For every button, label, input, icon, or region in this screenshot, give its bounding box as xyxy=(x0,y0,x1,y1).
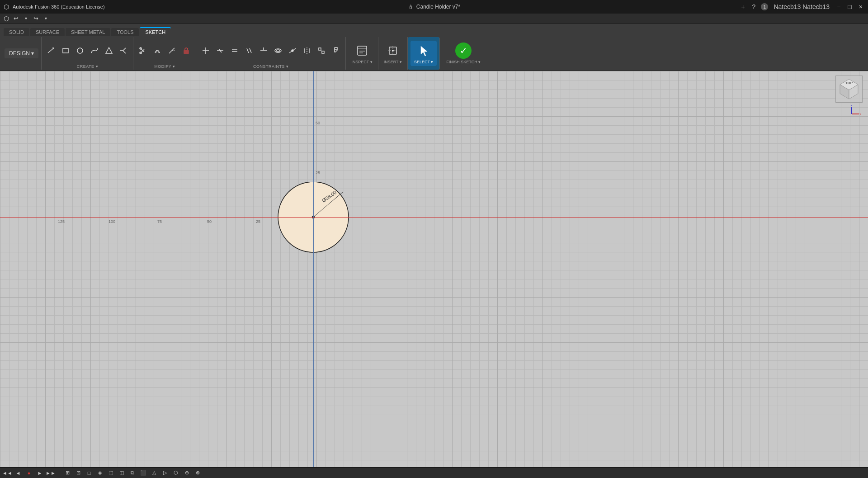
fix-btn[interactable] xyxy=(329,44,343,57)
polygon-tool-btn[interactable] xyxy=(102,44,116,57)
svg-rect-29 xyxy=(319,48,321,50)
undo-arrow-btn[interactable]: ▾ xyxy=(23,16,29,21)
horizontal-btn[interactable] xyxy=(257,44,270,57)
titlebar-center: 🕯 Candle Holder v7* xyxy=(408,4,460,10)
svg-rect-30 xyxy=(322,51,324,53)
insert-group: INSERT ▾ xyxy=(378,37,408,70)
tab-sheetmetal[interactable]: SHEET METAL xyxy=(66,28,110,36)
record-btn[interactable]: ● xyxy=(24,469,33,477)
titlebar-left: ⬡ Autodesk Fusion 360 (Education License… xyxy=(4,3,105,10)
extend-tool-btn[interactable] xyxy=(165,44,179,57)
circle-tool-btn[interactable] xyxy=(73,44,87,57)
parallel-btn[interactable] xyxy=(242,44,256,57)
tab-tools[interactable]: TOOLS xyxy=(111,28,139,36)
undo-btn[interactable]: ↩ xyxy=(12,15,20,22)
view-btn-4[interactable]: ◫ xyxy=(117,469,126,477)
smooth-btn[interactable] xyxy=(315,44,328,57)
help-btn[interactable]: ? xyxy=(750,3,758,10)
play-end-btn[interactable]: ►► xyxy=(46,469,55,477)
select-btn[interactable]: SELECT ▾ xyxy=(410,41,437,66)
svg-rect-1 xyxy=(63,48,68,53)
ruler-v-50: 50 xyxy=(316,121,320,125)
view-btn-3[interactable]: ⬚ xyxy=(106,469,115,477)
play-prev-btn[interactable]: ◄ xyxy=(14,469,23,477)
axis-indicator: X Z xyxy=(843,105,861,123)
play-next-btn[interactable]: ► xyxy=(35,469,44,477)
collinear-btn[interactable] xyxy=(213,44,227,57)
ruler-v-25: 25 xyxy=(316,170,320,175)
navcube-label: TOP xyxy=(845,81,853,85)
view-btn-7[interactable]: △ xyxy=(150,469,159,477)
view-btn-5[interactable]: ⧉ xyxy=(128,469,137,477)
maximize-btn[interactable]: □ xyxy=(846,3,853,10)
tab-sketch[interactable]: SKETCH xyxy=(140,27,171,36)
view-btn-6[interactable]: ⬛ xyxy=(139,469,148,477)
rectangle-tool-btn[interactable] xyxy=(59,44,72,57)
modify-label: MODIFY ▾ xyxy=(154,64,175,69)
view-btn-2[interactable]: ◈ xyxy=(95,469,104,477)
vertical-axis xyxy=(313,71,314,467)
svg-point-2 xyxy=(77,48,83,53)
svg-point-25 xyxy=(292,50,293,52)
insert-btn[interactable]: INSERT ▾ xyxy=(381,42,405,65)
redo-btn[interactable]: ↪ xyxy=(32,15,40,22)
tab-surface[interactable]: SURFACE xyxy=(30,28,65,36)
scissors-tool-btn[interactable] xyxy=(136,44,150,57)
svg-line-18 xyxy=(247,48,249,53)
view-btn-1[interactable]: □ xyxy=(85,469,94,477)
file-title: Candle Holder v7* xyxy=(416,4,460,10)
undoredo-bar: ⬡ ↩ ▾ ↪ ▾ xyxy=(0,14,868,24)
tab-solid[interactable]: SOLID xyxy=(4,28,29,36)
toolgroups: DESIGN ▾ xyxy=(0,36,868,71)
modify-group: MODIFY ▾ xyxy=(133,37,196,70)
view-btn-10[interactable]: ⊕ xyxy=(182,469,191,477)
arc-modify-btn[interactable] xyxy=(151,44,164,57)
view-btn-8[interactable]: ▷ xyxy=(160,469,170,477)
navcube[interactable]: TOP xyxy=(835,76,863,103)
ruler-h-100: 100 xyxy=(108,219,115,224)
user-label[interactable]: Natecb13 Natecb13 xyxy=(772,3,831,10)
snap-btn[interactable]: ⊡ xyxy=(74,469,83,477)
close-btn[interactable]: × xyxy=(857,3,864,10)
svg-line-31 xyxy=(321,50,322,51)
svg-point-23 xyxy=(276,50,280,52)
arc-tool-btn[interactable] xyxy=(117,44,130,57)
svg-rect-33 xyxy=(358,46,367,55)
finish-sketch-btn[interactable]: ✓ FINISH SKETCH ▾ xyxy=(443,41,484,66)
redo-arrow-btn[interactable]: ▾ xyxy=(43,16,49,21)
grid-major xyxy=(0,71,868,467)
grid-icon-btn[interactable]: ⊞ xyxy=(63,469,72,477)
create-group: CREATE ▾ xyxy=(42,37,133,70)
view-btn-9[interactable]: ⬡ xyxy=(171,469,180,477)
notification-btn[interactable]: 1 xyxy=(761,3,768,10)
lock-tool-btn[interactable] xyxy=(179,44,193,57)
svg-rect-11 xyxy=(184,50,189,54)
app-icon: ⬡ xyxy=(4,15,9,22)
ruler-h-75: 75 xyxy=(157,219,162,224)
viewport[interactable]: 125 100 75 50 25 50 25 Ø38.00 xyxy=(0,71,868,467)
titlebar-right: + ? 1 Natecb13 Natecb13 − □ × xyxy=(739,3,864,10)
file-icon: 🕯 xyxy=(408,4,414,10)
equal-btn[interactable] xyxy=(228,44,241,57)
svg-marker-3 xyxy=(106,47,112,53)
constraints-label: CONSTRAINTS ▾ xyxy=(253,64,289,69)
symmetry-btn[interactable] xyxy=(300,44,314,57)
separator xyxy=(59,469,59,477)
design-group: DESIGN ▾ xyxy=(2,37,42,70)
ellipse-btn[interactable] xyxy=(271,44,285,57)
create-label: CREATE ▾ xyxy=(77,64,98,69)
view-btn-11[interactable]: ⊗ xyxy=(193,469,202,477)
spline-tool-btn[interactable] xyxy=(88,44,101,57)
svg-point-40 xyxy=(392,50,394,52)
app-title: Autodesk Fusion 360 (Education License) xyxy=(13,4,105,9)
plus-btn[interactable]: + xyxy=(739,3,746,10)
line-tool-btn[interactable] xyxy=(44,44,58,57)
play-start-btn[interactable]: ◄◄ xyxy=(3,469,12,477)
svg-text:Z: Z xyxy=(851,105,853,107)
midpoint-btn[interactable] xyxy=(286,44,299,57)
minimize-btn[interactable]: − xyxy=(835,3,842,10)
coincident-btn[interactable] xyxy=(199,44,212,57)
toolbar: SOLID SURFACE SHEET METAL TOOLS SKETCH D… xyxy=(0,24,868,71)
design-dropdown-btn[interactable]: DESIGN ▾ xyxy=(5,48,38,58)
inspect-btn[interactable]: INSPECT ▾ xyxy=(349,42,375,65)
